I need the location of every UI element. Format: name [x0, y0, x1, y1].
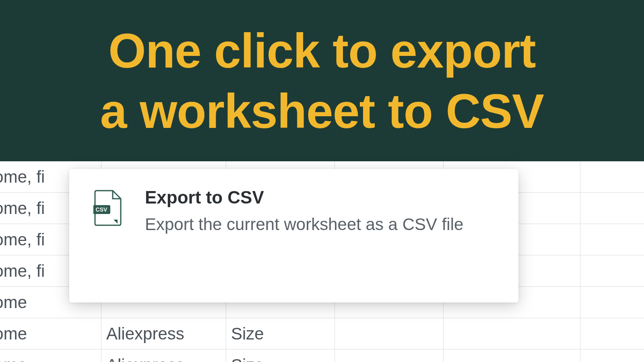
popover-content: Export to CSV Export the current workshe…: [145, 187, 498, 236]
table-cell[interactable]: Aliexpress: [101, 318, 226, 349]
table-cell[interactable]: [444, 350, 580, 362]
table-cell[interactable]: [444, 318, 580, 349]
hero-title: One click to export a worksheet to CSV: [100, 21, 544, 141]
table-cell[interactable]: [335, 318, 444, 349]
table-cell[interactable]: Aliexpress: [101, 350, 226, 362]
table-cell[interactable]: Size: [226, 350, 335, 362]
table-row[interactable]: vesome Aliexpress Size: [0, 350, 644, 362]
popover-title: Export to CSV: [145, 187, 498, 208]
hero-title-line2: a worksheet to CSV: [100, 84, 544, 138]
hero-title-line1: One click to export: [108, 24, 535, 78]
table-cell[interactable]: vesome: [0, 350, 101, 362]
table-cell[interactable]: [335, 350, 444, 362]
popover-description: Export the current worksheet as a CSV fi…: [145, 213, 498, 236]
hero-banner: One click to export a worksheet to CSV: [0, 0, 644, 161]
svg-text:CSV: CSV: [96, 206, 107, 213]
export-csv-popover[interactable]: CSV Export to CSV Export the current wor…: [69, 169, 518, 302]
table-cell[interactable]: Size: [226, 318, 335, 349]
csv-file-icon: CSV: [93, 190, 122, 226]
table-row[interactable]: vesome Aliexpress Size: [0, 318, 644, 350]
table-cell[interactable]: vesome: [0, 318, 101, 349]
